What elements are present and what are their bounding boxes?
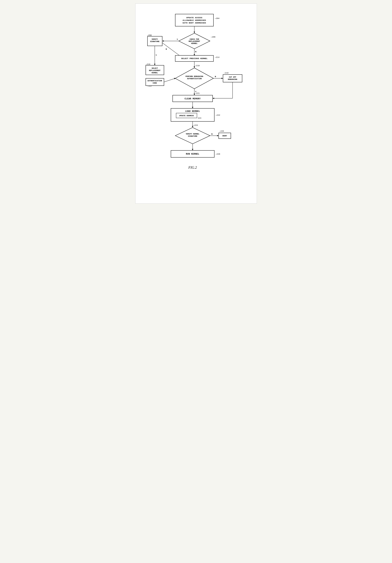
svg-text:FIG.2: FIG.2: [188, 166, 197, 169]
svg-text:—226: —226: [219, 130, 224, 132]
svg-text:—206: —206: [211, 36, 215, 38]
svg-text:—222: —222: [215, 114, 220, 116]
svg-rect-36: [146, 78, 164, 86]
svg-text:PERFORN DEBUGGING: PERFORN DEBUGGING: [185, 76, 203, 77]
svg-marker-63: [192, 107, 193, 108]
svg-text:—204: —204: [215, 17, 219, 19]
svg-marker-71: [192, 126, 193, 128]
svg-text:SIGNATURE: SIGNATURE: [150, 41, 159, 43]
svg-text:AUTHENTICATION: AUTHENTICATION: [147, 80, 162, 82]
svg-text:223: 223: [198, 117, 201, 119]
svg-text:KERNEL: KERNEL: [191, 43, 197, 44]
page: UPDATE ACCESS ALLOWABLE ADDRESSES WITH B…: [135, 3, 257, 204]
svg-marker-55: [213, 98, 214, 99]
svg-text:N: N: [166, 48, 167, 50]
svg-text:ALLOWABLE ADDRESSES: ALLOWABLE ADDRESSES: [183, 19, 206, 21]
svg-text:UPDATE ADDRESS: UPDATE ADDRESS: [179, 115, 194, 117]
svg-text:SIGNATURE: SIGNATURE: [188, 135, 197, 137]
svg-text:RUN KERNEL: RUN KERNEL: [186, 153, 199, 155]
svg-text:SELECT: SELECT: [152, 67, 158, 69]
flowchart-svg: UPDATE ACCESS ALLOWABLE ADDRESSES WITH B…: [140, 11, 252, 193]
svg-text:SELECT PREVIOUS KERNEL: SELECT PREVIOUS KERNEL: [181, 57, 208, 60]
svg-text:Y: Y: [156, 54, 157, 56]
svg-text:N: N: [211, 133, 213, 135]
svg-text:Y: Y: [177, 38, 178, 40]
svg-text:—208: —208: [147, 34, 152, 36]
svg-text:—214: —214: [215, 56, 219, 58]
svg-marker-23: [154, 64, 155, 65]
svg-text:—219: —219: [224, 72, 228, 74]
flowchart-diagram: UPDATE ACCESS ALLOWABLE ADDRESSES WITH B…: [141, 11, 252, 193]
svg-marker-6: [194, 32, 195, 33]
svg-marker-57: [194, 94, 195, 95]
svg-text:DEBUGGING: DEBUGGING: [228, 78, 237, 80]
svg-text:LOAD KERNEL: LOAD KERNEL: [185, 110, 200, 113]
svg-text:DENY: DENY: [222, 135, 227, 137]
svg-text:—224: —224: [193, 124, 198, 126]
svg-text:UPDATE ACCESS: UPDATE ACCESS: [186, 17, 202, 19]
svg-marker-13: [162, 40, 164, 42]
svg-text:REPLACEMENT: REPLACEMENT: [189, 40, 200, 42]
svg-text:N: N: [215, 76, 216, 78]
svg-text:←217: ←217: [147, 85, 152, 87]
svg-text:CUT OFF: CUT OFF: [229, 76, 236, 78]
svg-marker-77: [217, 135, 219, 136]
svg-text:VERIFY: VERIFY: [152, 38, 158, 40]
svg-text:—216: —216: [146, 63, 150, 65]
svg-marker-83: [192, 149, 193, 150]
svg-text:REPLACEMENT: REPLACEMENT: [149, 70, 160, 72]
svg-text:CHECK FOR: CHECK FOR: [190, 38, 199, 40]
svg-text:AUTHENTICATION: AUTHENTICATION: [187, 78, 202, 80]
svg-text:KERNEL: KERNEL: [152, 72, 158, 74]
svg-text:—218: —218: [195, 65, 200, 67]
svg-text:N: N: [195, 51, 196, 53]
svg-text:WITH BOOT ADDRESSES: WITH BOOT ADDRESSES: [183, 22, 206, 24]
svg-text:—221: —221: [195, 92, 200, 94]
svg-text:CLEAR MEMORY: CLEAR MEMORY: [184, 98, 201, 100]
svg-marker-47: [221, 78, 223, 79]
svg-rect-49: [223, 75, 242, 82]
svg-line-87: [164, 78, 175, 82]
svg-text:CODE: CODE: [152, 82, 157, 84]
svg-text:—228: —228: [215, 153, 220, 155]
svg-marker-41: [194, 66, 195, 68]
svg-text:VERIFY KERNEL: VERIFY KERNEL: [186, 133, 199, 135]
